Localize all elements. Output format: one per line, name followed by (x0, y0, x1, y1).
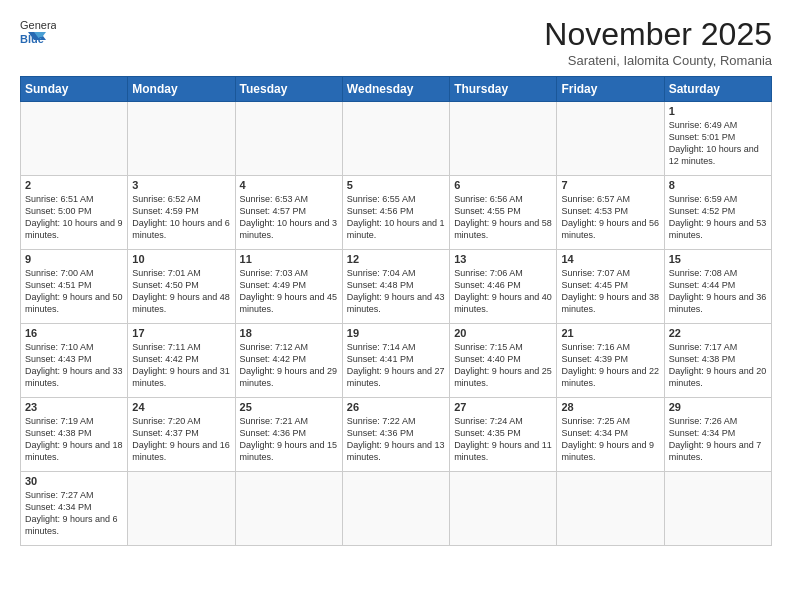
day-cell: 4Sunrise: 6:53 AM Sunset: 4:57 PM Daylig… (235, 176, 342, 250)
day-cell: 7Sunrise: 6:57 AM Sunset: 4:53 PM Daylig… (557, 176, 664, 250)
day-cell (557, 102, 664, 176)
title-block: November 2025 Sarateni, Ialomita County,… (544, 16, 772, 68)
day-cell: 16Sunrise: 7:10 AM Sunset: 4:43 PM Dayli… (21, 324, 128, 398)
day-number: 27 (454, 401, 552, 413)
day-cell (342, 102, 449, 176)
header: General Blue November 2025 Sarateni, Ial… (20, 16, 772, 68)
day-number: 24 (132, 401, 230, 413)
day-cell: 15Sunrise: 7:08 AM Sunset: 4:44 PM Dayli… (664, 250, 771, 324)
day-info: Sunrise: 7:06 AM Sunset: 4:46 PM Dayligh… (454, 267, 552, 316)
day-cell: 30Sunrise: 7:27 AM Sunset: 4:34 PM Dayli… (21, 472, 128, 546)
day-cell (21, 102, 128, 176)
day-info: Sunrise: 7:21 AM Sunset: 4:36 PM Dayligh… (240, 415, 338, 464)
day-info: Sunrise: 6:49 AM Sunset: 5:01 PM Dayligh… (669, 119, 767, 168)
day-info: Sunrise: 7:25 AM Sunset: 4:34 PM Dayligh… (561, 415, 659, 464)
day-cell (128, 472, 235, 546)
day-info: Sunrise: 7:16 AM Sunset: 4:39 PM Dayligh… (561, 341, 659, 390)
day-info: Sunrise: 7:03 AM Sunset: 4:49 PM Dayligh… (240, 267, 338, 316)
day-cell: 3Sunrise: 6:52 AM Sunset: 4:59 PM Daylig… (128, 176, 235, 250)
day-number: 23 (25, 401, 123, 413)
day-number: 29 (669, 401, 767, 413)
week-row-3: 9Sunrise: 7:00 AM Sunset: 4:51 PM Daylig… (21, 250, 772, 324)
week-row-2: 2Sunrise: 6:51 AM Sunset: 5:00 PM Daylig… (21, 176, 772, 250)
day-info: Sunrise: 7:01 AM Sunset: 4:50 PM Dayligh… (132, 267, 230, 316)
page: General Blue November 2025 Sarateni, Ial… (0, 0, 792, 612)
day-number: 11 (240, 253, 338, 265)
day-info: Sunrise: 6:55 AM Sunset: 4:56 PM Dayligh… (347, 193, 445, 242)
logo: General Blue (20, 16, 56, 44)
day-number: 17 (132, 327, 230, 339)
day-cell: 12Sunrise: 7:04 AM Sunset: 4:48 PM Dayli… (342, 250, 449, 324)
day-info: Sunrise: 6:59 AM Sunset: 4:52 PM Dayligh… (669, 193, 767, 242)
day-header-monday: Monday (128, 77, 235, 102)
day-cell: 1Sunrise: 6:49 AM Sunset: 5:01 PM Daylig… (664, 102, 771, 176)
day-number: 18 (240, 327, 338, 339)
day-cell: 28Sunrise: 7:25 AM Sunset: 4:34 PM Dayli… (557, 398, 664, 472)
day-cell: 18Sunrise: 7:12 AM Sunset: 4:42 PM Dayli… (235, 324, 342, 398)
day-cell (235, 472, 342, 546)
day-cell: 27Sunrise: 7:24 AM Sunset: 4:35 PM Dayli… (450, 398, 557, 472)
day-header-tuesday: Tuesday (235, 77, 342, 102)
day-info: Sunrise: 6:56 AM Sunset: 4:55 PM Dayligh… (454, 193, 552, 242)
day-info: Sunrise: 7:27 AM Sunset: 4:34 PM Dayligh… (25, 489, 123, 538)
day-number: 4 (240, 179, 338, 191)
day-cell: 24Sunrise: 7:20 AM Sunset: 4:37 PM Dayli… (128, 398, 235, 472)
day-cell: 29Sunrise: 7:26 AM Sunset: 4:34 PM Dayli… (664, 398, 771, 472)
day-info: Sunrise: 6:52 AM Sunset: 4:59 PM Dayligh… (132, 193, 230, 242)
svg-text:Blue: Blue (20, 33, 44, 44)
day-cell: 26Sunrise: 7:22 AM Sunset: 4:36 PM Dayli… (342, 398, 449, 472)
day-info: Sunrise: 7:12 AM Sunset: 4:42 PM Dayligh… (240, 341, 338, 390)
day-number: 22 (669, 327, 767, 339)
day-header-thursday: Thursday (450, 77, 557, 102)
day-number: 13 (454, 253, 552, 265)
day-cell (450, 102, 557, 176)
day-number: 16 (25, 327, 123, 339)
day-number: 5 (347, 179, 445, 191)
day-info: Sunrise: 6:51 AM Sunset: 5:00 PM Dayligh… (25, 193, 123, 242)
day-cell: 22Sunrise: 7:17 AM Sunset: 4:38 PM Dayli… (664, 324, 771, 398)
days-header-row: SundayMondayTuesdayWednesdayThursdayFrid… (21, 77, 772, 102)
week-row-4: 16Sunrise: 7:10 AM Sunset: 4:43 PM Dayli… (21, 324, 772, 398)
day-cell (450, 472, 557, 546)
day-cell: 11Sunrise: 7:03 AM Sunset: 4:49 PM Dayli… (235, 250, 342, 324)
day-cell: 19Sunrise: 7:14 AM Sunset: 4:41 PM Dayli… (342, 324, 449, 398)
day-cell: 23Sunrise: 7:19 AM Sunset: 4:38 PM Dayli… (21, 398, 128, 472)
day-header-saturday: Saturday (664, 77, 771, 102)
day-header-friday: Friday (557, 77, 664, 102)
day-number: 10 (132, 253, 230, 265)
day-number: 30 (25, 475, 123, 487)
day-number: 28 (561, 401, 659, 413)
day-number: 14 (561, 253, 659, 265)
day-info: Sunrise: 7:00 AM Sunset: 4:51 PM Dayligh… (25, 267, 123, 316)
day-number: 6 (454, 179, 552, 191)
day-info: Sunrise: 7:22 AM Sunset: 4:36 PM Dayligh… (347, 415, 445, 464)
day-number: 9 (25, 253, 123, 265)
day-cell: 13Sunrise: 7:06 AM Sunset: 4:46 PM Dayli… (450, 250, 557, 324)
generalblue-logo-icon: General Blue (20, 16, 56, 44)
day-cell (235, 102, 342, 176)
day-number: 12 (347, 253, 445, 265)
day-number: 1 (669, 105, 767, 117)
day-number: 2 (25, 179, 123, 191)
day-cell: 5Sunrise: 6:55 AM Sunset: 4:56 PM Daylig… (342, 176, 449, 250)
day-cell (557, 472, 664, 546)
day-number: 21 (561, 327, 659, 339)
day-cell: 6Sunrise: 6:56 AM Sunset: 4:55 PM Daylig… (450, 176, 557, 250)
day-cell: 20Sunrise: 7:15 AM Sunset: 4:40 PM Dayli… (450, 324, 557, 398)
day-info: Sunrise: 7:11 AM Sunset: 4:42 PM Dayligh… (132, 341, 230, 390)
day-header-wednesday: Wednesday (342, 77, 449, 102)
month-title: November 2025 (544, 16, 772, 53)
day-cell: 21Sunrise: 7:16 AM Sunset: 4:39 PM Dayli… (557, 324, 664, 398)
day-info: Sunrise: 7:08 AM Sunset: 4:44 PM Dayligh… (669, 267, 767, 316)
day-info: Sunrise: 6:57 AM Sunset: 4:53 PM Dayligh… (561, 193, 659, 242)
day-header-sunday: Sunday (21, 77, 128, 102)
day-number: 20 (454, 327, 552, 339)
day-number: 25 (240, 401, 338, 413)
day-cell (342, 472, 449, 546)
day-cell: 2Sunrise: 6:51 AM Sunset: 5:00 PM Daylig… (21, 176, 128, 250)
day-number: 7 (561, 179, 659, 191)
day-info: Sunrise: 7:07 AM Sunset: 4:45 PM Dayligh… (561, 267, 659, 316)
day-cell: 25Sunrise: 7:21 AM Sunset: 4:36 PM Dayli… (235, 398, 342, 472)
day-cell: 10Sunrise: 7:01 AM Sunset: 4:50 PM Dayli… (128, 250, 235, 324)
day-info: Sunrise: 7:17 AM Sunset: 4:38 PM Dayligh… (669, 341, 767, 390)
